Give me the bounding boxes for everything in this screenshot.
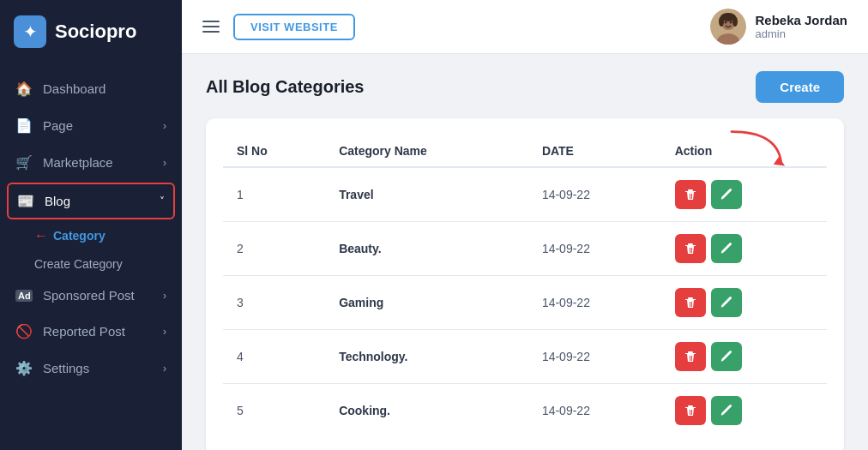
sidebar-label-create-category: Create Category bbox=[34, 257, 123, 271]
marketplace-icon: 🛒 bbox=[15, 154, 33, 171]
col-slno: Sl No bbox=[223, 135, 325, 167]
sidebar-label-page: Page bbox=[43, 118, 153, 133]
hamburger-line bbox=[202, 26, 220, 27]
page-icon: 📄 bbox=[15, 117, 33, 134]
sidebar-item-dashboard[interactable]: 🏠 Dashboard bbox=[0, 70, 182, 107]
cell-date: 14-09-22 bbox=[528, 222, 661, 276]
cell-category-name: Travel bbox=[325, 167, 528, 222]
col-category-name: Category Name bbox=[325, 135, 528, 167]
blog-icon: 📰 bbox=[17, 193, 34, 209]
table-row: 4Technology.14-09-22 bbox=[223, 330, 827, 384]
cell-category-name: Technology. bbox=[325, 330, 528, 384]
reported-post-icon: 🚫 bbox=[15, 323, 33, 339]
action-buttons bbox=[675, 288, 813, 317]
table-row: 3Gaming14-09-22 bbox=[223, 276, 827, 330]
sponsored-post-icon: Ad bbox=[15, 290, 33, 302]
user-details: Rebeka Jordan admin bbox=[755, 13, 847, 40]
chevron-right-icon: › bbox=[163, 157, 166, 169]
delete-button[interactable] bbox=[675, 234, 706, 263]
user-role: admin bbox=[755, 27, 847, 40]
sidebar-item-reported-post[interactable]: 🚫 Reported Post › bbox=[0, 313, 182, 350]
avatar bbox=[710, 9, 746, 45]
col-action: Action bbox=[661, 135, 827, 167]
chevron-right-icon: › bbox=[163, 363, 166, 375]
action-buttons bbox=[675, 396, 813, 425]
logo-icon: ✦ bbox=[14, 15, 46, 48]
hamburger-line bbox=[202, 31, 220, 33]
cell-slno: 5 bbox=[223, 384, 325, 438]
cell-slno: 3 bbox=[223, 276, 325, 330]
sidebar-item-sponsored-post[interactable]: Ad Sponsored Post › bbox=[0, 278, 182, 313]
settings-icon: ⚙️ bbox=[15, 360, 33, 376]
table-row: 5Cooking.14-09-22 bbox=[223, 384, 827, 438]
chevron-down-icon: ˅ bbox=[160, 195, 165, 207]
chevron-right-icon: › bbox=[163, 120, 166, 132]
app-name: Sociopro bbox=[55, 21, 136, 43]
cell-date: 14-09-22 bbox=[528, 384, 661, 438]
action-buttons bbox=[675, 234, 813, 263]
topbar: VISIT WEBSITE Rebeka Jor bbox=[182, 0, 868, 54]
table-body: 1Travel14-09-222Beauty.14-09-223Gaming14… bbox=[223, 167, 827, 437]
cell-date: 14-09-22 bbox=[528, 330, 661, 384]
chevron-right-icon: › bbox=[163, 326, 166, 338]
avatar-image bbox=[710, 9, 746, 45]
user-name: Rebeka Jordan bbox=[755, 13, 847, 27]
cell-date: 14-09-22 bbox=[528, 167, 661, 222]
svg-point-4 bbox=[730, 21, 732, 24]
cell-action bbox=[661, 222, 827, 276]
table-row: 1Travel14-09-22 bbox=[223, 167, 827, 222]
sidebar-item-category[interactable]: ← Category bbox=[34, 221, 182, 250]
col-date: DATE bbox=[528, 135, 661, 167]
page-header: All Blog Categories Create bbox=[206, 71, 844, 103]
table-container: Sl No Category Name DATE Action 1Travel1… bbox=[206, 118, 844, 450]
hamburger-button[interactable] bbox=[202, 21, 220, 33]
delete-button[interactable] bbox=[675, 180, 706, 209]
cell-category-name: Beauty. bbox=[325, 222, 528, 276]
cell-slno: 2 bbox=[223, 222, 325, 276]
cell-action bbox=[661, 167, 827, 222]
sidebar-item-blog[interactable]: 📰 Blog ˅ bbox=[7, 183, 175, 219]
sidebar-item-create-category[interactable]: Create Category bbox=[34, 250, 182, 278]
sidebar-label-dashboard: Dashboard bbox=[43, 81, 166, 96]
cell-slno: 1 bbox=[223, 167, 325, 222]
cell-action bbox=[661, 384, 827, 438]
blog-submenu: ← Category Create Category bbox=[0, 221, 182, 278]
cell-date: 14-09-22 bbox=[528, 276, 661, 330]
chevron-right-icon: › bbox=[163, 290, 166, 302]
edit-button[interactable] bbox=[711, 180, 742, 209]
cell-category-name: Gaming bbox=[325, 276, 528, 330]
categories-table: Sl No Category Name DATE Action 1Travel1… bbox=[223, 135, 827, 437]
action-buttons bbox=[675, 180, 813, 209]
sidebar-label-blog: Blog bbox=[45, 194, 149, 208]
svg-point-3 bbox=[725, 21, 727, 24]
cell-action bbox=[661, 330, 827, 384]
sidebar-item-settings[interactable]: ⚙️ Settings › bbox=[0, 350, 182, 387]
home-icon: 🏠 bbox=[15, 81, 33, 97]
create-button[interactable]: Create bbox=[756, 71, 844, 103]
arrow-left-icon: ← bbox=[34, 228, 48, 243]
table-row: 2Beauty.14-09-22 bbox=[223, 222, 827, 276]
edit-button[interactable] bbox=[711, 342, 742, 371]
page-title: All Blog Categories bbox=[206, 77, 364, 97]
sidebar-item-marketplace[interactable]: 🛒 Marketplace › bbox=[0, 144, 182, 181]
edit-button[interactable] bbox=[711, 288, 742, 317]
sidebar-label-reported-post: Reported Post bbox=[43, 324, 153, 339]
cell-category-name: Cooking. bbox=[325, 384, 528, 438]
sidebar-nav: 🏠 Dashboard 📄 Page › 🛒 Marketplace › 📰 B… bbox=[0, 63, 182, 393]
edit-button[interactable] bbox=[711, 234, 742, 263]
user-info: Rebeka Jordan admin bbox=[710, 9, 847, 45]
main-content: VISIT WEBSITE Rebeka Jor bbox=[182, 0, 868, 450]
sidebar-label-category: Category bbox=[53, 229, 105, 243]
hamburger-line bbox=[202, 21, 220, 22]
svg-point-6 bbox=[719, 16, 724, 27]
sidebar-label-marketplace: Marketplace bbox=[43, 155, 153, 170]
delete-button[interactable] bbox=[675, 342, 706, 371]
visit-website-button[interactable]: VISIT WEBSITE bbox=[233, 14, 355, 40]
edit-button[interactable] bbox=[711, 396, 742, 425]
delete-button[interactable] bbox=[675, 288, 706, 317]
cell-action bbox=[661, 276, 827, 330]
svg-point-7 bbox=[732, 16, 738, 27]
delete-button[interactable] bbox=[675, 396, 706, 425]
sidebar-label-settings: Settings bbox=[43, 361, 153, 375]
sidebar-item-page[interactable]: 📄 Page › bbox=[0, 107, 182, 144]
